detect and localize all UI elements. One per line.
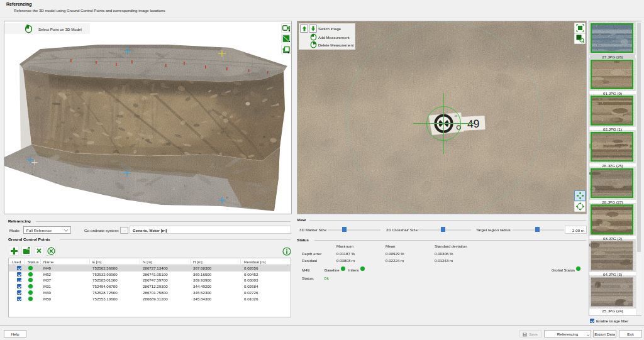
svg-text:49: 49: [454, 114, 458, 118]
svg-text:49: 49: [467, 118, 479, 131]
